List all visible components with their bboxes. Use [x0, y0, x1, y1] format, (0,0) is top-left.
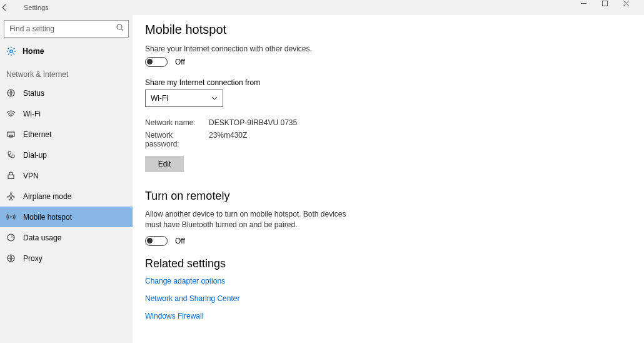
sidebar-item-wifi[interactable]: Wi-Fi — [0, 103, 133, 124]
sidebar-item-airplane[interactable]: Airplane mode — [0, 186, 133, 207]
sidebar-item-label: Mobile hotspot — [23, 213, 72, 222]
share-from-select[interactable]: Wi-Fi — [145, 90, 223, 107]
network-password-label: Network password: — [145, 131, 209, 148]
proxy-icon — [6, 253, 16, 263]
remote-description: Allow another device to turn on mobile h… — [145, 209, 361, 231]
svg-line-10 — [14, 54, 15, 55]
sidebar-item-label: Proxy — [23, 254, 43, 263]
svg-point-14 — [11, 116, 12, 117]
sidebar-item-label: Airplane mode — [23, 192, 71, 201]
window-title: Settings — [24, 4, 49, 11]
ethernet-icon — [6, 130, 16, 139]
page-title: Mobile hotspot — [145, 23, 644, 37]
svg-point-2 — [117, 24, 122, 29]
sidebar-item-datausage[interactable]: Data usage — [0, 227, 133, 248]
sidebar-item-vpn[interactable]: VPN — [0, 165, 133, 186]
sidebar-category: Network & Internet — [0, 60, 133, 83]
network-password-value: 23%m430Z — [209, 131, 247, 148]
wifi-icon — [6, 109, 16, 118]
status-icon — [6, 88, 16, 98]
share-from-label: Share my Internet connection from — [145, 78, 644, 87]
gear-icon — [6, 46, 16, 56]
chevron-down-icon — [211, 95, 218, 101]
search-input[interactable] — [4, 20, 129, 38]
content-pane: Mobile hotspot Share your Internet conne… — [133, 15, 644, 343]
datausage-icon — [6, 233, 16, 242]
sidebar-item-ethernet[interactable]: Ethernet — [0, 124, 133, 145]
search-icon — [116, 23, 124, 32]
airplane-icon — [6, 192, 16, 201]
hotspot-toggle-state: Off — [175, 58, 185, 66]
svg-point-18 — [10, 216, 12, 218]
hotspot-icon — [6, 212, 16, 222]
sidebar-home[interactable]: Home — [0, 43, 133, 60]
sidebar-item-label: Wi-Fi — [23, 110, 41, 118]
link-adapter-options[interactable]: Change adapter options — [145, 277, 644, 285]
back-button[interactable] — [0, 3, 23, 12]
svg-line-9 — [8, 48, 9, 49]
sidebar-item-status[interactable]: Status — [0, 83, 133, 103]
sidebar-item-dialup[interactable]: Dial-up — [0, 145, 133, 165]
sidebar-home-label: Home — [23, 47, 44, 56]
related-title: Related settings — [145, 257, 644, 270]
sidebar-item-label: VPN — [23, 172, 39, 180]
edit-button[interactable]: Edit — [145, 156, 184, 172]
svg-rect-15 — [8, 132, 14, 136]
sidebar-item-label: Status — [23, 89, 44, 98]
link-firewall[interactable]: Windows Firewall — [145, 312, 644, 320]
svg-rect-1 — [603, 1, 608, 6]
remote-toggle-state: Off — [175, 237, 185, 245]
minimize-button[interactable] — [580, 0, 601, 15]
svg-line-11 — [8, 54, 9, 55]
titlebar: Settings — [0, 0, 644, 15]
sidebar: Home Network & Internet Status Wi-Fi Eth… — [0, 15, 133, 343]
remote-toggle[interactable] — [145, 236, 168, 246]
sidebar-item-label: Dial-up — [23, 151, 47, 160]
share-from-value: Wi-Fi — [151, 94, 168, 103]
sidebar-item-label: Data usage — [23, 233, 61, 242]
network-name-value: DESKTOP-9IRB4VU 0735 — [209, 118, 297, 127]
sidebar-item-label: Ethernet — [23, 130, 51, 139]
vpn-icon — [6, 171, 16, 180]
svg-line-3 — [121, 29, 123, 31]
svg-rect-17 — [8, 175, 14, 179]
share-description: Share your Internet connection with othe… — [145, 44, 644, 53]
sidebar-item-hotspot[interactable]: Mobile hotspot — [0, 207, 133, 227]
close-button[interactable] — [623, 0, 644, 15]
link-sharing-center[interactable]: Network and Sharing Center — [145, 294, 644, 303]
hotspot-toggle[interactable] — [145, 57, 168, 67]
svg-point-4 — [10, 50, 13, 53]
sidebar-item-proxy[interactable]: Proxy — [0, 248, 133, 269]
remote-title: Turn on remotely — [145, 190, 644, 203]
dialup-icon — [6, 150, 16, 160]
network-name-label: Network name: — [145, 118, 209, 127]
maximize-button[interactable] — [601, 0, 623, 15]
svg-line-12 — [14, 48, 15, 49]
